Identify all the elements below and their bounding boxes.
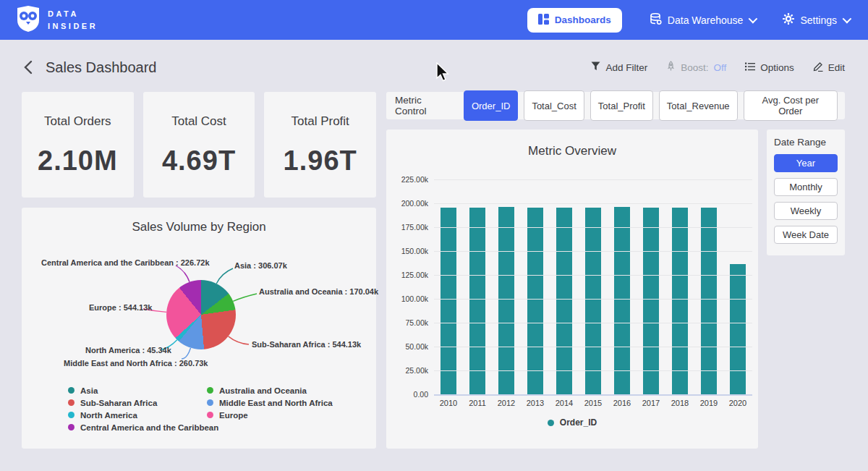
kpi-total-cost: Total Cost 4.69T: [143, 92, 255, 198]
bar-2012[interactable]: [498, 207, 514, 394]
filter-funnel-icon: [591, 61, 600, 73]
bar-2019[interactable]: [701, 208, 717, 394]
metric-option-total-cost[interactable]: Total_Cost: [524, 90, 584, 121]
y-tick-label: 100.00k: [401, 294, 428, 303]
legend-dot: [548, 420, 554, 426]
brand-text: DATA INSIDER: [48, 8, 98, 32]
bar-chart-gridline: [434, 251, 752, 252]
legend-label: Order_ID: [560, 417, 597, 428]
bar-chart-gridline: [434, 203, 752, 204]
bar-slot-2015: [579, 179, 608, 394]
pie-label-australia-and-oceania: Australia and Oceania : 170.04k: [259, 287, 378, 296]
nav-menu: Dashboards Data Warehouse: [527, 8, 849, 33]
pie-label-central-america-and-the-caribbean: Central America and the Caribbean : 226.…: [41, 258, 210, 267]
boost-toggle[interactable]: Boost: Off: [666, 61, 726, 74]
x-tick-label-2014: 2014: [550, 399, 579, 407]
x-tick-label-2010: 2010: [434, 399, 463, 407]
legend-dot: [207, 387, 213, 394]
data-warehouse-icon: [650, 13, 662, 27]
x-tick-label-2017: 2017: [637, 399, 665, 407]
bar-2017[interactable]: [643, 208, 659, 394]
bar-chart-gridline: [434, 179, 752, 180]
metric-option-order-id[interactable]: Order_ID: [464, 90, 518, 121]
kpi-total-profit: Total Profit 1.96T: [264, 92, 376, 198]
x-tick-label-2012: 2012: [492, 399, 521, 407]
y-tick-label: 125.00k: [401, 271, 428, 279]
metric-option-total-revenue[interactable]: Total_Revenue: [659, 90, 738, 121]
back-button[interactable]: [23, 60, 33, 75]
y-tick-label: 150.00k: [401, 247, 428, 255]
dashboards-grid-icon: [538, 14, 549, 27]
dashboards-button[interactable]: Dashboards: [527, 8, 622, 33]
data-warehouse-menu[interactable]: Data Warehouse: [650, 13, 756, 27]
boost-rocket-icon: [666, 61, 676, 74]
bar-chart-gridline: [434, 299, 752, 300]
bar-2011[interactable]: [469, 208, 485, 394]
legend-label: Europe: [219, 411, 248, 420]
date-range-year[interactable]: Year: [774, 154, 838, 172]
date-range-monthly[interactable]: Monthly: [774, 178, 838, 196]
kpi-label: Total Profit: [292, 114, 349, 129]
pie-leader-line-asia: [216, 268, 233, 284]
kpi-total-orders: Total Orders 2.10M: [22, 92, 134, 198]
date-range-label: Date Range: [774, 137, 838, 148]
pie-leader-line-sub-saharan-africa: [229, 336, 249, 344]
boost-value: Off: [713, 62, 726, 73]
bar-2014[interactable]: [556, 208, 572, 394]
dashboard-header: Sales Dashboard Add Filter Boost: Off: [0, 52, 868, 82]
top-nav: DATA INSIDER Dashboards Data Warehouse: [0, 0, 868, 40]
bar-slot-2011: [463, 179, 492, 394]
pie-legend-item-asia: Asia: [68, 384, 218, 396]
pie-chart-card: Sales Volume by Region Asia : 306.07kAus…: [22, 208, 376, 449]
page-title: Sales Dashboard: [46, 59, 156, 76]
bar-2013[interactable]: [527, 208, 543, 394]
bar-chart-card: Metric Overview 225.00k200.00k175.00k150…: [386, 130, 758, 449]
settings-menu[interactable]: Settings: [783, 13, 849, 27]
x-tick-label-2019: 2019: [694, 399, 723, 407]
bar-slot-2017: [637, 179, 665, 394]
chevron-down-icon: [749, 14, 758, 24]
bar-slot-2019: [694, 179, 723, 394]
bar-slot-2010: [434, 179, 463, 394]
legend-label: Central America and the Caribbean: [80, 423, 218, 432]
edit-label: Edit: [828, 62, 845, 73]
legend-dot: [68, 399, 75, 406]
kpi-label: Total Orders: [44, 114, 111, 129]
bar-chart-legend: Order_ID: [386, 417, 758, 428]
bar-2018[interactable]: [672, 208, 688, 394]
pie-leader-line-central-america-and-the-caribbean: [176, 266, 190, 282]
x-tick-label-2013: 2013: [521, 399, 550, 407]
options-button[interactable]: Options: [745, 62, 794, 73]
legend-dot: [68, 387, 75, 394]
kpi-value: 2.10M: [38, 145, 118, 177]
settings-label: Settings: [800, 14, 837, 26]
pie-legend-item-australia-and-oceania: Australia and Oceania: [207, 384, 333, 396]
bar-2015[interactable]: [585, 208, 601, 394]
bar-slot-2013: [521, 179, 550, 394]
metric-option-total-profit[interactable]: Total_Profit: [590, 90, 653, 121]
bar-slot-2016: [608, 179, 637, 394]
pie-legend-left: AsiaSub-Saharan AfricaNorth AmericaCentr…: [68, 384, 218, 433]
bar-2016[interactable]: [614, 207, 630, 395]
date-range-week-date[interactable]: Week Date: [774, 226, 838, 244]
add-filter-button[interactable]: Add Filter: [591, 61, 647, 73]
bar-2010[interactable]: [441, 208, 456, 394]
options-label: Options: [760, 62, 794, 73]
x-tick-label-2016: 2016: [608, 399, 637, 407]
x-tick-label-2020: 2020: [723, 399, 752, 407]
kpi-value: 1.96T: [284, 145, 357, 177]
date-range-weekly[interactable]: Weekly: [774, 202, 838, 220]
bar-chart-gridline: [434, 347, 752, 347]
kpi-label: Total Cost: [171, 114, 226, 129]
boost-label: Boost:: [681, 62, 708, 73]
metric-control-buttons: Order_IDTotal_CostTotal_ProfitTotal_Reve…: [464, 90, 838, 121]
dashboards-label: Dashboards: [555, 14, 611, 25]
pie-circle[interactable]: [166, 280, 236, 349]
pie-legend-item-middle-east-and-north-africa: Middle East and North Africa: [207, 396, 333, 409]
owl-logo-icon: [16, 6, 41, 35]
edit-button[interactable]: Edit: [813, 61, 845, 74]
bar-chart-gridline: [434, 227, 752, 228]
options-list-icon: [745, 62, 755, 73]
metric-option-avg-cost-per-order[interactable]: Avg. Cost per Order: [744, 90, 838, 121]
bar-2020[interactable]: [730, 264, 746, 394]
